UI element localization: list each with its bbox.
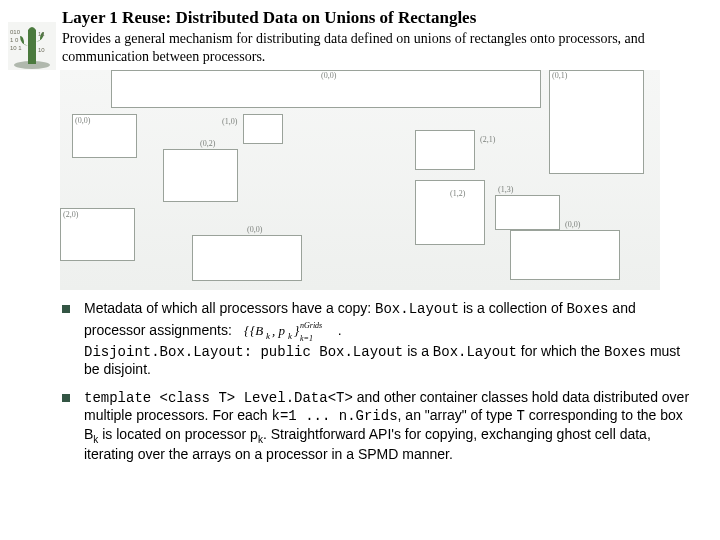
diagram-box-label: (0,0) <box>321 71 336 80</box>
bullet-marker <box>62 305 70 313</box>
diagram-box-label: (0,0) <box>75 116 90 125</box>
bullet-marker <box>62 394 70 402</box>
diagram-box-label: (0,0) <box>247 225 262 234</box>
bullet-text: template <class T> Level.Data<T> and oth… <box>84 389 692 464</box>
svg-text:10 1: 10 1 <box>10 45 22 51</box>
svg-text:k: k <box>288 331 293 341</box>
formula: { {B k , p k } nGrids k=1 <box>236 319 338 343</box>
code-span: Box.Layout <box>433 344 517 360</box>
text-span: , an "array" of type <box>398 407 517 423</box>
code-span: Disjoint.Box.Layout: public Box.Layout <box>84 344 403 360</box>
diagram-box <box>549 70 644 174</box>
svg-text:11: 11 <box>38 31 45 37</box>
svg-text:1 0: 1 0 <box>10 37 19 43</box>
text-span: Metadata of which all processors have a … <box>84 300 375 316</box>
diagram-box-label: (0,0) <box>565 220 580 229</box>
slide-intro: Provides a general mechanism for distrib… <box>62 30 702 65</box>
code-span: template <class T> Level.Data<T> <box>84 390 353 406</box>
svg-text:k=1: k=1 <box>300 334 313 343</box>
text-span: is a collection of <box>459 300 566 316</box>
svg-text:{B: {B <box>250 323 263 338</box>
text-span: is a <box>403 343 433 359</box>
box-diagram: (0,0)(0,1)(0,0)(0,2)(1,0)(2,1)(2,0)(0,0)… <box>60 70 660 290</box>
slide-title: Layer 1 Reuse: Distributed Data on Union… <box>62 8 476 28</box>
diagram-box <box>510 230 620 280</box>
text-span: for which the <box>517 343 604 359</box>
svg-text:10: 10 <box>38 47 45 53</box>
diagram-box-label: (1,0) <box>222 117 237 126</box>
diagram-box <box>192 235 302 281</box>
text-span: is located on processor p <box>98 426 258 442</box>
diagram-box-label: (1,3) <box>498 185 513 194</box>
code-span: Boxes <box>566 301 608 317</box>
diagram-box-label: (2,1) <box>480 135 495 144</box>
svg-text:010: 010 <box>10 29 21 35</box>
diagram-box-label: (0,1) <box>552 71 567 80</box>
cactus-logo: 010 1 0 10 1 11 10 <box>8 22 56 70</box>
code-span: Boxes <box>604 344 646 360</box>
diagram-box-label: (2,0) <box>63 210 78 219</box>
text-span: . <box>338 321 342 337</box>
code-span: Box.Layout <box>375 301 459 317</box>
svg-text:k: k <box>266 331 271 341</box>
code-span: k=1 ... n.Grids <box>272 408 398 424</box>
diagram-box-label: (0,2) <box>200 139 215 148</box>
bullet-item: Metadata of which all processors have a … <box>62 300 692 379</box>
bullet-list: Metadata of which all processors have a … <box>62 300 692 473</box>
diagram-box <box>243 114 283 144</box>
svg-text:nGrids: nGrids <box>300 321 322 330</box>
diagram-box <box>163 149 238 202</box>
svg-text:, p: , p <box>272 323 286 338</box>
diagram-box <box>495 195 560 230</box>
diagram-box <box>415 130 475 170</box>
diagram-box-label: (1,2) <box>450 189 465 198</box>
bullet-text: Metadata of which all processors have a … <box>84 300 692 379</box>
code-span: T <box>516 408 524 424</box>
bullet-item: template <class T> Level.Data<T> and oth… <box>62 389 692 464</box>
